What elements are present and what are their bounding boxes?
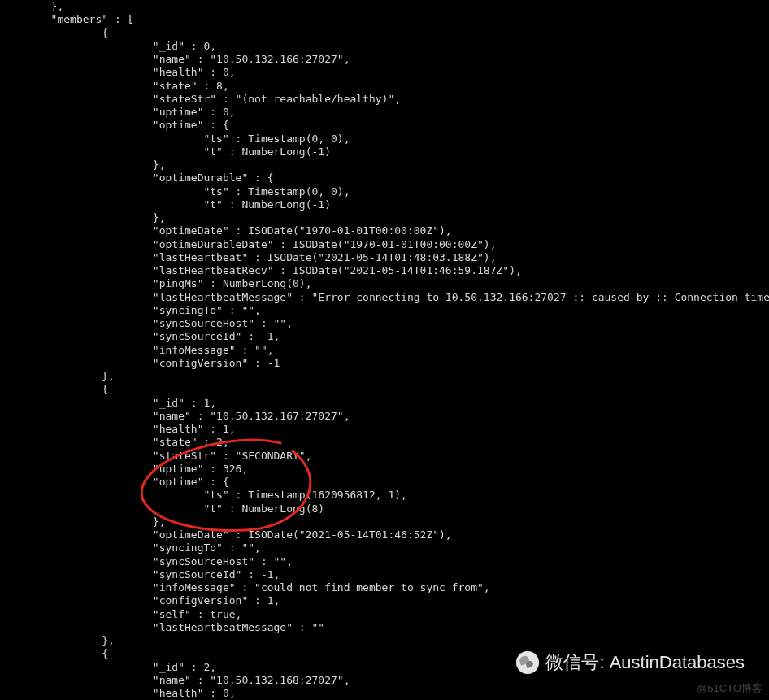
- code-line: "pingMs" : NumberLong(0),: [0, 277, 312, 289]
- code-line: "infoMessage" : "",: [0, 344, 274, 356]
- code-line: "optime" : {: [0, 476, 229, 488]
- code-line: "self" : true,: [0, 608, 241, 620]
- code-line: "t" : NumberLong(-1): [0, 146, 331, 158]
- code-line: "_id" : 0,: [0, 40, 216, 52]
- code-line: "_id" : 2,: [0, 661, 216, 673]
- code-line: "uptime" : 326,: [0, 463, 248, 475]
- code-line: "ts" : Timestamp(0, 0),: [0, 185, 350, 198]
- code-line: "syncSourceId" : -1,: [0, 330, 280, 342]
- watermark-text: @51CTO博客: [697, 682, 762, 695]
- terminal-output: }, "members" : [ { "_id" : 0, "name" : "…: [0, 0, 769, 700]
- code-line: "lastHeartbeat" : ISODate("2021-05-14T01…: [0, 251, 496, 263]
- code-line: "optimeDate" : ISODate("2021-05-14T01:46…: [0, 528, 452, 541]
- code-line: "optimeDate" : ISODate("1970-01-01T00:00…: [0, 224, 452, 237]
- wechat-badge: 微信号: AustinDatabases: [516, 651, 745, 674]
- code-line: "state" : 2,: [0, 436, 229, 448]
- code-line: "stateStr" : "(not reachable/healthy)",: [0, 93, 401, 105]
- code-line: "health" : 1,: [0, 423, 236, 435]
- code-line: "state" : 8,: [0, 80, 229, 92]
- code-line: },: [0, 515, 166, 528]
- code-block: }, "members" : [ { "_id" : 0, "name" : "…: [0, 0, 769, 700]
- code-line: "ts" : Timestamp(1620956812, 1),: [0, 489, 407, 501]
- code-line: },: [0, 634, 115, 646]
- code-line: {: [0, 647, 108, 659]
- code-line: "lastHeartbeatMessage" : "": [0, 621, 324, 633]
- wechat-icon: [516, 651, 539, 674]
- code-line: "syncingTo" : "",: [0, 541, 261, 554]
- code-line: "health" : 0,: [0, 687, 236, 699]
- code-line: "syncSourceId" : -1,: [0, 568, 280, 580]
- code-line: {: [0, 27, 108, 39]
- code-line: "syncSourceHost" : "",: [0, 555, 293, 567]
- code-line: "configVersion" : 1,: [0, 594, 280, 607]
- code-line: "members" : [: [0, 13, 133, 25]
- code-line: "health" : 0,: [0, 66, 236, 78]
- code-line: "lastHeartbeatRecv" : ISODate("2021-05-1…: [0, 264, 522, 276]
- code-line: "name" : "10.50.132.167:27027",: [0, 410, 350, 422]
- code-line: {: [0, 383, 108, 395]
- code-line: "t" : NumberLong(8): [0, 502, 324, 515]
- code-line: },: [0, 159, 166, 171]
- code-line: "uptime" : 0,: [0, 106, 236, 118]
- code-line: "infoMessage" : "could not find member t…: [0, 581, 490, 593]
- code-line: },: [0, 0, 63, 12]
- code-line: "t" : NumberLong(-1): [0, 198, 331, 211]
- code-line: "optimeDurableDate" : ISODate("1970-01-0…: [0, 238, 496, 250]
- code-line: "lastHeartbeatMessage" : "Error connecti…: [0, 291, 769, 303]
- code-line: },: [0, 211, 166, 224]
- code-line: "optime" : {: [0, 119, 229, 131]
- code-line: "name" : "10.50.132.166:27027",: [0, 53, 350, 65]
- code-line: "optimeDurable" : {: [0, 172, 274, 184]
- code-line: "ts" : Timestamp(0, 0),: [0, 133, 350, 145]
- code-line: },: [0, 370, 115, 382]
- code-line: "syncSourceHost" : "",: [0, 317, 293, 329]
- code-line: "configVersion" : -1: [0, 357, 280, 369]
- code-line: "syncingTo" : "",: [0, 304, 261, 316]
- code-line: "stateStr" : "SECONDARY",: [0, 450, 312, 462]
- wechat-label: 微信号: AustinDatabases: [545, 651, 745, 674]
- code-line: "name" : "10.50.132.168:27027",: [0, 674, 350, 686]
- code-line: "_id" : 1,: [0, 397, 216, 409]
